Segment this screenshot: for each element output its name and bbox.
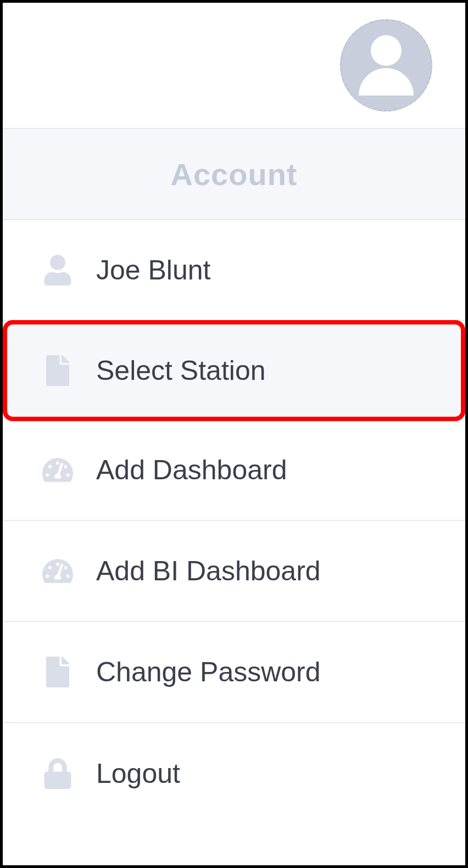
avatar-section — [3, 3, 465, 128]
user-icon — [42, 255, 73, 285]
menu-item-label: Select Station — [96, 355, 266, 387]
gauge-icon — [42, 455, 73, 485]
section-header-title: Account — [171, 156, 298, 192]
menu-item-label: Add BI Dashboard — [96, 555, 321, 587]
menu-item-change-password[interactable]: Change Password — [3, 622, 465, 723]
menu-item-add-dashboard[interactable]: Add Dashboard — [3, 420, 465, 521]
gauge-icon — [42, 556, 73, 586]
menu-item-logout[interactable]: Logout — [3, 723, 465, 824]
lock-icon — [42, 758, 73, 789]
menu-item-label: Change Password — [96, 656, 321, 688]
menu-item-label: Add Dashboard — [96, 454, 287, 486]
menu-item-add-bi-dashboard[interactable]: Add BI Dashboard — [3, 521, 465, 622]
account-panel: Account Joe Blunt Select Station Add Das… — [0, 0, 468, 868]
section-header: Account — [3, 128, 465, 220]
avatar[interactable] — [340, 19, 432, 111]
menu-item-profile[interactable]: Joe Blunt — [3, 220, 465, 321]
menu-item-label: Logout — [96, 758, 180, 789]
menu-item-select-station[interactable]: Select Station — [3, 320, 465, 421]
user-avatar-icon — [341, 20, 431, 110]
menu-item-label: Joe Blunt — [96, 254, 210, 286]
file-icon — [42, 657, 73, 687]
file-icon — [42, 355, 73, 386]
menu-list: Joe Blunt Select Station Add Dashboard A… — [3, 220, 465, 824]
